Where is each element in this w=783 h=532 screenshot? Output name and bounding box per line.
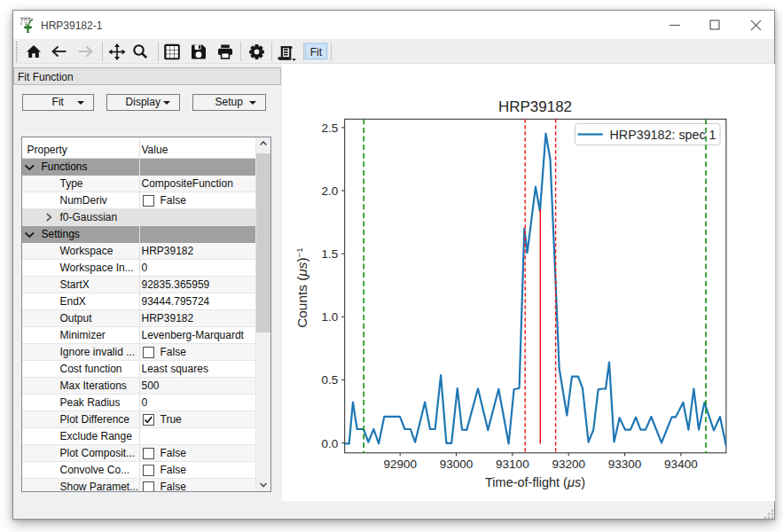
svg-text:93200: 93200	[552, 458, 585, 471]
svg-text:0.0: 0.0	[321, 437, 338, 450]
svg-text:1.5: 1.5	[321, 247, 338, 261]
svg-text:1.0: 1.0	[321, 310, 338, 324]
svg-text:2.0: 2.0	[321, 184, 338, 198]
svg-text:93400: 93400	[664, 458, 698, 471]
svg-text:93000: 93000	[440, 458, 474, 471]
svg-text:92900: 92900	[383, 458, 417, 471]
svg-text:0.5: 0.5	[321, 373, 338, 387]
svg-text:HRP39182: spec 1: HRP39182: spec 1	[610, 128, 716, 142]
svg-text:93300: 93300	[608, 458, 642, 471]
svg-text:Fit: Fit	[310, 46, 323, 59]
svg-text:2.5: 2.5	[321, 121, 338, 135]
svg-text:HRP39182: HRP39182	[498, 98, 572, 115]
svg-text:Time-of-flight (μs): Time-of-flight (μs)	[485, 475, 585, 489]
svg-text:93100: 93100	[496, 458, 529, 471]
svg-text:Counts (μs)−1: Counts (μs)−1	[295, 248, 310, 328]
